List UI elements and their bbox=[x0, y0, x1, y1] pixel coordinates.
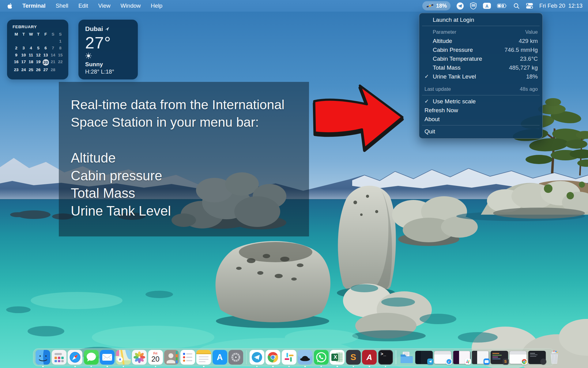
dock-icon-notes[interactable] bbox=[196, 350, 211, 365]
annotation-title: Real-time data from the International Sp… bbox=[71, 96, 303, 131]
dock-divider bbox=[246, 350, 247, 364]
calendar-widget[interactable]: FEBRUARY M T W T F S S 1 2 3 4 5 6 7 8 9… bbox=[7, 20, 68, 79]
weather-temperature: 27° bbox=[85, 33, 132, 52]
dock-icon-finder[interactable] bbox=[36, 350, 50, 365]
shield-grid-icon[interactable] bbox=[470, 2, 477, 10]
dock-icon-calendar[interactable]: Fri 20 bbox=[148, 350, 163, 365]
dock-icon-terminal[interactable]: >_ bbox=[378, 350, 393, 365]
weather-high-low: H:28° L:18° bbox=[85, 68, 132, 75]
calendar-selected-day: 20 bbox=[43, 59, 49, 66]
iss-status-menu: Launch at Login Parameter Value Altitude… bbox=[419, 13, 543, 139]
menu-shell[interactable]: Shell bbox=[56, 2, 68, 9]
menu-last-update: Last update 48s ago bbox=[419, 85, 542, 94]
menu-bar: Terminal Shell Edit View Window Help 18% bbox=[0, 0, 588, 12]
dock-icon-launchpad[interactable] bbox=[52, 350, 66, 365]
dock-icon-photos[interactable] bbox=[132, 350, 147, 365]
sun-icon bbox=[85, 52, 132, 60]
dock-icon-reminders[interactable] bbox=[180, 350, 195, 365]
menubar-clock[interactable]: Fri Feb 20 12:13 bbox=[539, 2, 582, 9]
minimized-window-telegram[interactable] bbox=[415, 351, 433, 364]
menu-edit[interactable]: Edit bbox=[78, 2, 88, 9]
menu-item-altitude[interactable]: Altitude 429 km bbox=[419, 36, 542, 45]
dock-icon-excel[interactable]: X bbox=[330, 350, 345, 365]
minimized-window-terminal[interactable] bbox=[528, 351, 546, 364]
dock-icon-sublime-text[interactable]: S bbox=[346, 350, 361, 365]
menu-help[interactable]: Help bbox=[151, 2, 162, 9]
running-indicator bbox=[42, 366, 44, 367]
sublime-badge-icon: S bbox=[503, 358, 509, 365]
dock-icon-contacts[interactable] bbox=[164, 350, 179, 365]
menu-view[interactable]: View bbox=[98, 2, 111, 9]
menu-item-quit[interactable]: Quit bbox=[419, 127, 542, 136]
dock: Fri 20 A bbox=[33, 348, 554, 366]
iss-menubar-item[interactable]: 18% bbox=[422, 1, 450, 10]
dock-divider bbox=[396, 350, 396, 364]
menu-separator bbox=[422, 125, 540, 125]
dock-icon-app-store[interactable]: A bbox=[213, 350, 227, 365]
dock-icon-messages[interactable] bbox=[84, 350, 99, 365]
menu-item-refresh-now[interactable]: Refresh Now bbox=[419, 106, 542, 115]
location-arrow-icon bbox=[105, 27, 109, 31]
dock-icon-trash[interactable] bbox=[547, 350, 562, 365]
menu-item-cabin-pressure[interactable]: Cabin Pressure 746.5 mmHg bbox=[419, 45, 542, 54]
red-arrow-annotation bbox=[310, 82, 405, 156]
checkmark-icon: ✓ bbox=[424, 73, 433, 80]
dock-icon-maps[interactable] bbox=[116, 350, 131, 365]
dock-icon-mail[interactable] bbox=[100, 350, 115, 365]
dock-icon-slack[interactable] bbox=[282, 350, 296, 365]
calendar-month-label: FEBRUARY bbox=[13, 25, 64, 29]
control-center-icon[interactable] bbox=[526, 2, 533, 9]
satellite-icon bbox=[426, 3, 434, 9]
letter-a-menubar-icon[interactable]: A bbox=[483, 2, 491, 9]
telegram-menubar-icon[interactable] bbox=[456, 2, 464, 10]
minimized-window-safari[interactable] bbox=[434, 351, 451, 364]
weather-city-label: Dubai bbox=[85, 25, 103, 33]
annotation-overlay: Real-time data from the International Sp… bbox=[59, 82, 309, 236]
minimized-window-sublime[interactable]: S bbox=[491, 351, 508, 364]
svg-text:A: A bbox=[485, 4, 488, 9]
terminal-badge-icon bbox=[540, 358, 546, 365]
spotlight-search-icon[interactable] bbox=[513, 3, 520, 9]
chrome-badge-icon bbox=[521, 358, 527, 365]
dock-icon-telegram[interactable] bbox=[250, 350, 264, 365]
menu-item-launch-at-login[interactable]: Launch at Login bbox=[419, 15, 542, 24]
annotation-list: Altitude Cabin pressure Total Mass Urine… bbox=[71, 149, 300, 220]
calendar-icon-day: 20 bbox=[151, 355, 160, 363]
dock-icon-chrome[interactable] bbox=[266, 350, 280, 365]
dock-icon-whatsapp[interactable] bbox=[314, 350, 329, 365]
weather-condition: Sunny bbox=[85, 61, 132, 68]
dock-icon-acrobat[interactable]: A bbox=[362, 350, 377, 365]
menu-item-use-metric-scale[interactable]: ✓ Use Metric scale bbox=[419, 97, 542, 106]
menu-separator bbox=[422, 95, 540, 95]
telegram-badge-icon bbox=[427, 358, 433, 365]
minimized-window-chrome[interactable] bbox=[509, 351, 527, 364]
apple-menu-icon[interactable] bbox=[7, 3, 12, 9]
menu-item-cabin-temperature[interactable]: Cabin Temperature 23.6°C bbox=[419, 54, 542, 63]
menu-item-about[interactable]: About bbox=[419, 115, 542, 124]
menubar-app-name[interactable]: Terminal bbox=[22, 2, 46, 9]
menu-separator bbox=[422, 26, 540, 26]
weather-widget[interactable]: Dubai 27° Sunny H:28° L:18° bbox=[78, 20, 138, 79]
checkmark-icon: ✓ bbox=[424, 98, 433, 105]
calendar-grid: M T W T F S S 1 2 3 4 5 6 7 8 9 10 11 12… bbox=[13, 32, 64, 73]
safari-badge-icon bbox=[446, 358, 452, 365]
menu-window[interactable]: Window bbox=[121, 2, 141, 9]
menu-item-urine-tank-level[interactable]: ✓ Urine Tank Level 18% bbox=[419, 72, 542, 81]
iss-percentage: 18% bbox=[436, 3, 447, 9]
menu-item-total-mass[interactable]: Total Mass 485,727 kg bbox=[419, 63, 542, 72]
dock-icon-system-settings[interactable] bbox=[228, 350, 243, 365]
menu-table-header: Parameter Value bbox=[419, 28, 542, 36]
desktop: Terminal Shell Edit View Window Help 18% bbox=[0, 0, 588, 368]
slack-badge-icon bbox=[465, 358, 471, 365]
dock-icon-downloads-folder[interactable] bbox=[399, 350, 414, 365]
dock-icon-alfred[interactable] bbox=[298, 350, 312, 365]
dock-icon-safari[interactable] bbox=[68, 350, 82, 365]
minimized-window-mail[interactable] bbox=[472, 351, 489, 364]
minimized-window-slack[interactable] bbox=[453, 351, 470, 364]
mail-badge-icon bbox=[484, 358, 490, 365]
battery-icon[interactable] bbox=[497, 3, 507, 9]
